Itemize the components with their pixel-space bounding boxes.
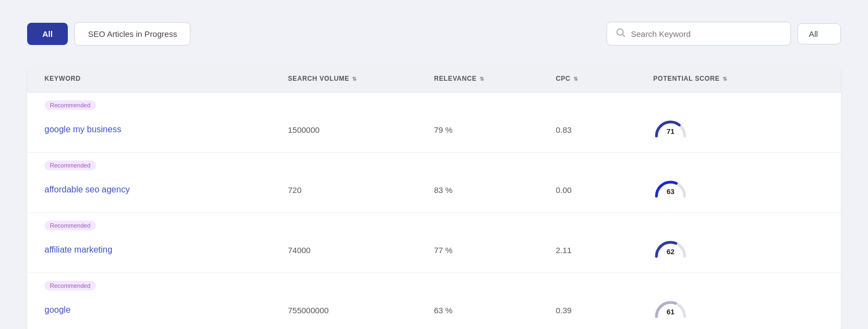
cpc-cell: 0.00	[556, 185, 653, 195]
col-potential-score: POTENTIAL SCORE ⇅	[653, 75, 824, 82]
keyword-table: KEYWORD SEARCH VOLUME ⇅ RELEVANCE ⇅ CPC …	[27, 65, 841, 329]
table-row: Recommendedaffiliate marketing7400077 %2…	[27, 213, 841, 273]
cpc-cell: 0.83	[556, 125, 653, 134]
search-volume-cell: 720	[288, 185, 434, 195]
relevance-cell: 63 %	[434, 306, 556, 315]
keyword-cell[interactable]: affiliate marketing	[44, 245, 288, 255]
search-volume-cell: 755000000	[288, 306, 434, 315]
table-row-cells[interactable]: affordable seo agency72083 %0.0063	[27, 170, 841, 212]
score-gauge: 71	[653, 118, 824, 141]
sort-icon-search-volume[interactable]: ⇅	[352, 76, 357, 82]
all-button[interactable]: All	[27, 23, 68, 45]
keyword-cell[interactable]: google	[44, 305, 288, 315]
cpc-cell: 0.39	[556, 306, 653, 315]
relevance-cell: 77 %	[434, 246, 556, 255]
table-row-cells[interactable]: google75500000063 %0.3961	[27, 291, 841, 329]
seo-articles-button[interactable]: SEO Articles in Progress	[74, 22, 190, 46]
svg-text:62: 62	[667, 248, 674, 256]
col-keyword: KEYWORD	[44, 75, 288, 82]
svg-text:61: 61	[667, 308, 674, 316]
recommended-badge: Recommended	[44, 160, 96, 170]
relevance-cell: 79 %	[434, 125, 556, 134]
col-search-volume: SEARCH VOLUME ⇅	[288, 75, 434, 82]
recommended-badge: Recommended	[44, 281, 96, 291]
table-row: Recommendedaffordable seo agency72083 %0…	[27, 153, 841, 213]
keyword-cell[interactable]: affordable seo agency	[44, 185, 288, 195]
sort-icon-relevance[interactable]: ⇅	[480, 76, 484, 82]
col-relevance: RELEVANCE ⇅	[434, 75, 556, 82]
score-gauge: 63	[653, 178, 824, 202]
keyword-cell[interactable]: google my business	[44, 125, 288, 134]
table-row-cells[interactable]: google my business150000079 %0.8371	[27, 110, 841, 152]
score-gauge: 61	[653, 298, 824, 322]
search-box	[607, 22, 791, 46]
table-row: Recommendedgoogle75500000063 %0.3961	[27, 273, 841, 329]
sort-icon-cpc[interactable]: ⇅	[573, 76, 578, 82]
col-cpc: CPC ⇅	[556, 75, 653, 82]
filter-dropdown[interactable]: All	[797, 23, 841, 44]
search-volume-cell: 74000	[288, 246, 434, 255]
table-row: Recommendedgoogle my business150000079 %…	[27, 93, 841, 153]
top-bar: All SEO Articles in Progress All	[27, 22, 841, 46]
sort-icon-potential-score[interactable]: ⇅	[723, 76, 727, 82]
recommended-badge: Recommended	[44, 221, 96, 230]
search-input[interactable]	[631, 29, 782, 38]
svg-text:63: 63	[667, 188, 674, 196]
svg-text:71: 71	[667, 127, 674, 136]
table-header: KEYWORD SEARCH VOLUME ⇅ RELEVANCE ⇅ CPC …	[27, 65, 841, 93]
relevance-cell: 83 %	[434, 185, 556, 195]
recommended-badge: Recommended	[44, 100, 96, 110]
table-body: Recommendedgoogle my business150000079 %…	[27, 93, 841, 329]
score-gauge: 62	[653, 238, 824, 262]
table-row-cells[interactable]: affiliate marketing7400077 %2.1162	[27, 230, 841, 273]
svg-line-1	[622, 34, 624, 36]
search-icon	[616, 28, 626, 40]
search-volume-cell: 1500000	[288, 125, 434, 134]
cpc-cell: 2.11	[556, 246, 653, 255]
